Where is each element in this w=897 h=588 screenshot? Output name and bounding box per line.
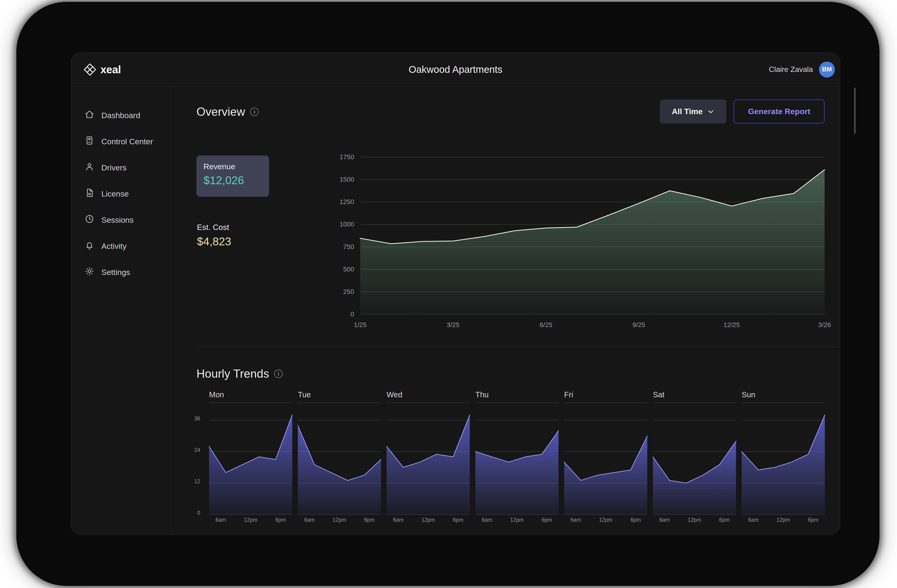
x-tick-label: 12pm bbox=[776, 517, 790, 523]
y-tick-label: 750 bbox=[343, 243, 354, 251]
control-center-icon bbox=[84, 136, 94, 147]
y-tick-label: 1750 bbox=[340, 153, 354, 161]
sidebar-item-sessions[interactable]: Sessions bbox=[71, 207, 171, 233]
hourly-heading: Hourly Trends i bbox=[196, 367, 283, 380]
user-name: Claire Zavala bbox=[769, 65, 813, 74]
y-tick-label: 1000 bbox=[340, 221, 354, 228]
page-title: Overview bbox=[196, 105, 245, 119]
x-tick-label: 3/25 bbox=[447, 321, 459, 329]
chevron-down-icon bbox=[707, 108, 714, 115]
home-icon bbox=[84, 110, 94, 121]
x-tick-label: 6pm bbox=[719, 517, 730, 523]
revenue-y-axis: 02505007501000125015001750 bbox=[326, 157, 354, 314]
x-tick-label: 1/25 bbox=[354, 321, 367, 329]
drivers-icon bbox=[84, 162, 94, 173]
x-tick-label: 6am bbox=[393, 517, 403, 523]
device-side-button bbox=[854, 87, 856, 134]
info-icon[interactable]: i bbox=[250, 108, 259, 116]
time-filter-label: All Time bbox=[672, 107, 703, 116]
revenue-x-axis: 1/253/256/259/2512/253/26 bbox=[360, 321, 825, 329]
y-tick-label: 36 bbox=[194, 415, 200, 422]
y-tick-label: 500 bbox=[343, 266, 354, 273]
tablet-frame: xeal Oakwood Apartments Claire Zavala BM… bbox=[16, 2, 880, 586]
x-tick-label: 6pm bbox=[542, 517, 552, 523]
x-tick-label: 6pm bbox=[364, 517, 375, 523]
x-tick-label: 6pm bbox=[453, 517, 464, 523]
user-menu[interactable]: Claire Zavala BM bbox=[769, 62, 835, 78]
section-divider bbox=[196, 347, 840, 347]
y-tick-label: 0 bbox=[351, 310, 354, 318]
x-tick-label: 6am bbox=[748, 517, 758, 523]
generate-report-label: Generate Report bbox=[748, 107, 810, 116]
sidebar-item-label: License bbox=[101, 189, 129, 199]
mini-chart-svg bbox=[653, 414, 736, 515]
clock-icon bbox=[84, 214, 94, 226]
y-tick-label: 1500 bbox=[340, 176, 354, 183]
sidebar-item-license[interactable]: License bbox=[71, 181, 171, 207]
x-tick-label: 6am bbox=[482, 517, 492, 523]
x-tick-label: 6pm bbox=[276, 517, 286, 523]
revenue-card: Revenue $12,026 bbox=[196, 156, 269, 197]
day-label: Wed bbox=[387, 390, 470, 403]
revenue-chart-svg bbox=[360, 157, 825, 314]
x-tick-label: 6am bbox=[659, 517, 670, 523]
mini-chart-thu: Thu6am12pm6pm bbox=[475, 390, 559, 523]
day-label: Fri bbox=[564, 390, 647, 403]
day-label: Tue bbox=[298, 390, 381, 403]
overview-heading: Overview i bbox=[196, 105, 259, 119]
est-cost-block: Est. Cost $4,823 bbox=[197, 223, 231, 248]
x-tick-label: 6am bbox=[571, 517, 581, 523]
mini-chart-wed: Wed6am12pm6pm bbox=[387, 390, 470, 523]
y-tick-label: 1250 bbox=[340, 198, 354, 206]
bell-icon bbox=[84, 240, 94, 252]
app-window: xeal Oakwood Apartments Claire Zavala BM… bbox=[71, 52, 840, 535]
avatar[interactable]: BM bbox=[819, 62, 835, 78]
sidebar-item-label: Dashboard bbox=[101, 111, 140, 120]
x-tick-label: 12pm bbox=[510, 517, 524, 523]
sidebar-item-control-center[interactable]: Control Center bbox=[71, 128, 171, 154]
x-tick-label: 12pm bbox=[599, 517, 612, 523]
y-tick-label: 24 bbox=[194, 447, 200, 453]
sidebar-item-label: Settings bbox=[101, 268, 130, 277]
sidebar-item-label: Control Center bbox=[101, 137, 153, 146]
time-filter-dropdown[interactable]: All Time bbox=[660, 99, 726, 124]
mini-chart-svg bbox=[387, 414, 470, 515]
revenue-value: $12,026 bbox=[204, 174, 262, 187]
mini-chart-sat: Sat6am12pm6pm bbox=[653, 390, 736, 523]
app-header: xeal Oakwood Apartments Claire Zavala BM bbox=[71, 52, 840, 87]
x-tick-label: 12pm bbox=[688, 517, 701, 523]
info-icon[interactable]: i bbox=[274, 370, 283, 378]
sidebar-item-dashboard[interactable]: Dashboard bbox=[71, 102, 171, 128]
y-tick-label: 0 bbox=[197, 510, 200, 516]
sidebar-item-settings[interactable]: Settings bbox=[71, 259, 171, 285]
y-tick-label: 12 bbox=[194, 478, 200, 484]
est-cost-value: $4,823 bbox=[197, 235, 231, 248]
x-tick-label: 6/25 bbox=[540, 321, 553, 329]
x-tick-label: 12/25 bbox=[723, 321, 740, 329]
logo-text: xeal bbox=[101, 63, 121, 76]
gear-icon bbox=[84, 266, 94, 278]
mini-chart-svg bbox=[209, 414, 292, 515]
revenue-chart: 02505007501000125015001750 1/253/256/259… bbox=[360, 157, 825, 314]
sidebar-item-label: Drivers bbox=[101, 163, 127, 172]
page-background: xeal Oakwood Apartments Claire Zavala BM… bbox=[0, 0, 897, 588]
mini-x-axis: 6am12pm6pm bbox=[564, 517, 647, 523]
x-tick-label: 6am bbox=[304, 517, 315, 523]
hourly-title: Hourly Trends bbox=[196, 367, 269, 380]
x-tick-label: 9/25 bbox=[632, 321, 645, 329]
generate-report-button[interactable]: Generate Report bbox=[734, 99, 825, 124]
mini-x-axis: 6am12pm6pm bbox=[475, 517, 559, 523]
mini-x-axis: 6am12pm6pm bbox=[742, 517, 825, 523]
xeal-logo-icon bbox=[83, 63, 97, 76]
mini-x-axis: 6am12pm6pm bbox=[653, 517, 736, 523]
sidebar-item-activity[interactable]: Activity bbox=[71, 233, 171, 259]
mini-x-axis: 6am12pm6pm bbox=[209, 517, 292, 523]
sidebar-item-drivers[interactable]: Drivers bbox=[71, 154, 171, 181]
main-content: Overview i All Time Generate Report bbox=[171, 87, 840, 535]
x-tick-label: 6pm bbox=[631, 517, 641, 523]
mini-chart-svg bbox=[564, 414, 647, 515]
mini-chart-tue: Tue6am12pm6pm bbox=[298, 390, 381, 523]
hourly-charts: Mon6am12pm6pmTue6am12pm6pmWed6am12pm6pmT… bbox=[209, 390, 825, 523]
license-icon bbox=[84, 188, 94, 200]
est-cost-label: Est. Cost bbox=[197, 223, 231, 232]
